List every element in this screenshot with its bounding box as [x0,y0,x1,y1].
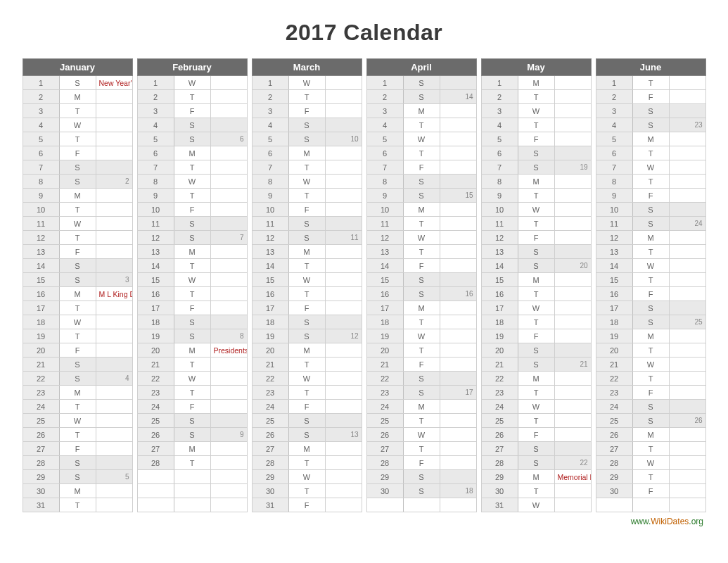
day-content [554,231,591,245]
day-content: 21 [554,358,591,372]
day-number: 10 [366,203,403,217]
day-number: 24 [366,400,403,414]
day-content [325,456,362,470]
day-of-week: T [59,428,96,442]
day-content [96,203,132,217]
day-number: 2 [366,90,403,104]
day-of-week: T [403,217,440,231]
day-number: 14 [596,259,632,273]
day-number: 15 [481,273,518,287]
day-content [440,372,476,386]
day-content [325,372,362,386]
day-of-week: F [288,400,325,414]
day-number: 25 [252,414,288,428]
day-of-week: T [632,470,669,484]
day-number: 8 [23,175,59,189]
day-of-week: M [59,189,96,203]
day-of-week: W [59,217,96,231]
day-of-week: S [518,343,554,358]
day-number: 8 [252,175,288,189]
day-content [210,160,247,175]
day-number: 3 [23,104,59,118]
day-of-week: W [518,104,554,118]
day-content [440,273,476,287]
day-of-week: M [174,146,210,160]
day-number: 15 [137,273,174,287]
day-number: 10 [481,203,518,217]
day-of-week: S [403,189,440,203]
day-of-week: T [59,231,96,245]
day-content [96,315,132,329]
day-content [210,456,247,470]
day-content [325,442,362,456]
day-content [325,245,362,259]
day-of-week: W [403,132,440,146]
day-content: 5 [96,470,132,484]
day-content [210,118,247,132]
day-of-week: T [518,118,554,132]
day-number: 6 [23,146,59,160]
day-number: 12 [481,231,518,245]
day-number: 10 [596,203,632,217]
day-number: 24 [481,400,518,414]
day-number: 19 [596,329,632,343]
day-number: 11 [481,217,518,231]
day-of-week: S [174,217,210,231]
day-number: 17 [481,301,518,315]
day-of-week: S [174,428,210,442]
day-of-week: T [59,132,96,146]
day-content [554,498,591,512]
day-number: 27 [596,442,632,456]
day-of-week: T [174,287,210,301]
day-of-week: W [174,273,210,287]
day-number: 27 [366,442,403,456]
day-of-week: T [518,315,554,329]
day-of-week: M [518,273,554,287]
day-content [210,372,247,386]
day-content [96,329,132,343]
day-of-week: M [403,104,440,118]
day-of-week: M [174,343,210,358]
day-of-week: S [518,456,554,470]
day-content [210,498,247,512]
day-content [325,358,362,372]
day-content [554,400,591,414]
day-content [440,245,476,259]
day-content [440,301,476,315]
day-of-week: M [518,470,554,484]
day-number: 28 [137,456,174,470]
month-header: January [23,59,132,76]
day-of-week: W [59,315,96,329]
day-content [440,358,476,372]
day-number: 2 [137,90,174,104]
day-number: 17 [137,301,174,315]
day-number: 14 [23,259,59,273]
day-of-week: T [174,90,210,104]
day-content [210,484,247,498]
day-number: 20 [481,343,518,358]
day-content [669,470,705,484]
day-number: 5 [137,132,174,146]
day-number: 4 [252,118,288,132]
day-number: 14 [366,259,403,273]
day-number: 23 [366,386,403,400]
day-of-week: W [288,76,325,90]
day-of-week: F [174,301,210,315]
day-number: 23 [137,386,174,400]
day-number: 7 [137,160,174,175]
day-number: 3 [252,104,288,118]
day-content [669,90,705,104]
day-of-week: S [59,160,96,175]
day-of-week: S [632,203,669,217]
day-number: 29 [366,470,403,484]
day-content [554,90,591,104]
day-number: 11 [252,217,288,231]
day-of-week: T [59,498,96,512]
day-number [366,498,403,512]
day-of-week: M [632,231,669,245]
day-of-week: F [288,301,325,315]
day-number: 3 [596,104,632,118]
day-content [96,231,132,245]
day-of-week: T [288,386,325,400]
day-content [96,442,132,456]
